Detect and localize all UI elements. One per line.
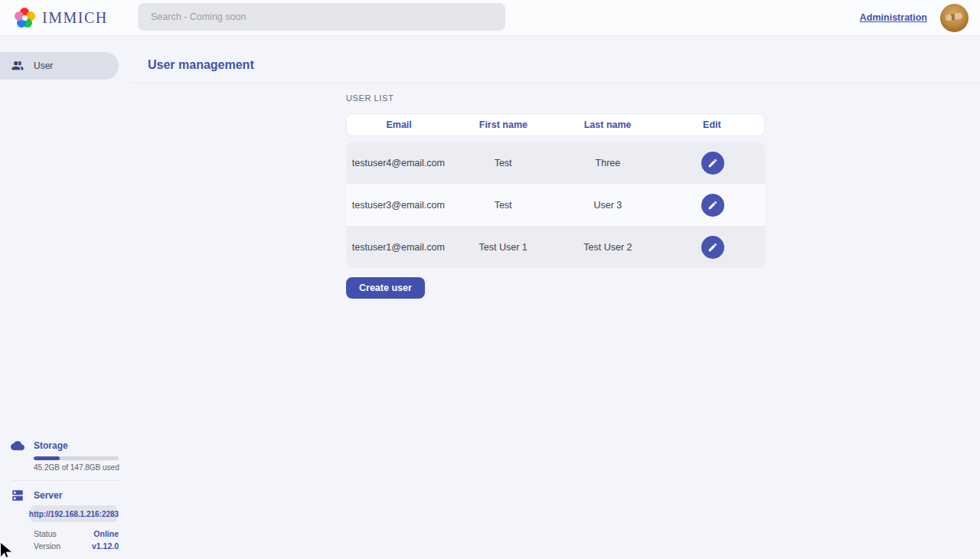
pencil-icon — [707, 158, 718, 168]
table-row: testuser3@email.com Test User 3 — [346, 184, 765, 226]
status-label: Status — [34, 529, 57, 538]
user-list-label: USER LIST — [346, 93, 765, 103]
cell-first-name: Test User 1 — [451, 242, 556, 253]
user-table-header: Email First name Last name Edit — [346, 113, 765, 136]
column-header-first-name: First name — [451, 119, 555, 130]
edit-user-button[interactable] — [701, 152, 724, 175]
logo-center-dot — [22, 15, 28, 21]
cell-email: testuser3@email.com — [346, 200, 451, 211]
sidebar-item-user-label: User — [34, 60, 53, 71]
storage-progress-bar — [34, 456, 119, 460]
storage-header: Storage — [0, 439, 131, 453]
topbar-right: Administration — [860, 4, 980, 32]
pencil-icon — [707, 200, 718, 211]
create-user-button[interactable]: Create user — [346, 277, 425, 299]
user-table: testuser4@email.com Test Three testuser3… — [346, 142, 765, 268]
cell-last-name: User 3 — [556, 200, 661, 211]
server-title: Server — [34, 490, 62, 501]
table-row: testuser4@email.com Test Three — [346, 142, 765, 184]
column-header-last-name: Last name — [556, 119, 660, 130]
edit-user-button[interactable] — [701, 194, 724, 217]
storage-title: Storage — [34, 440, 68, 451]
search-input[interactable] — [138, 3, 505, 31]
cell-last-name: Test User 2 — [556, 242, 661, 253]
column-header-edit: Edit — [660, 119, 764, 130]
sidebar: User Storage 45.2GB of 147.8GB used — [0, 36, 131, 559]
cell-first-name: Test — [451, 200, 556, 211]
top-bar: IMMICH Administration — [0, 0, 980, 36]
sidebar-item-user[interactable]: User — [0, 52, 119, 80]
main-content: User management USER LIST Email First na… — [131, 36, 980, 559]
server-status-row: Status Online — [34, 529, 119, 538]
user-avatar[interactable] — [940, 4, 969, 32]
storage-progress-fill — [34, 456, 60, 460]
pencil-icon — [707, 242, 718, 253]
edit-user-button[interactable] — [701, 236, 724, 259]
sidebar-bottom: Storage 45.2GB of 147.8GB used Server ht… — [0, 439, 131, 551]
version-value: v1.12.0 — [92, 541, 119, 551]
column-header-email: Email — [347, 119, 451, 130]
server-version-row: Version v1.12.0 — [34, 541, 119, 551]
brand[interactable]: IMMICH — [0, 8, 108, 28]
cell-email: testuser1@email.com — [346, 242, 451, 253]
table-row: testuser1@email.com Test User 1 Test Use… — [346, 226, 765, 268]
cell-email: testuser4@email.com — [346, 158, 451, 168]
status-value: Online — [93, 529, 119, 538]
cell-last-name: Three — [556, 158, 661, 168]
storage-usage-text: 45.2GB of 147.8GB used — [34, 463, 131, 472]
page-title: User management — [148, 58, 980, 72]
sidebar-divider — [12, 480, 119, 481]
server-header: Server — [0, 489, 131, 502]
version-label: Version — [34, 541, 60, 551]
immich-logo-icon — [15, 8, 35, 28]
server-icon — [11, 489, 24, 502]
users-icon — [11, 59, 24, 73]
cell-first-name: Test — [451, 158, 556, 168]
main-divider — [131, 83, 980, 83]
administration-link[interactable]: Administration — [860, 12, 927, 23]
server-url-chip: http://192.168.1.216:2283 — [31, 505, 117, 522]
cloud-icon — [11, 439, 24, 453]
brand-wordmark: IMMICH — [42, 9, 108, 27]
